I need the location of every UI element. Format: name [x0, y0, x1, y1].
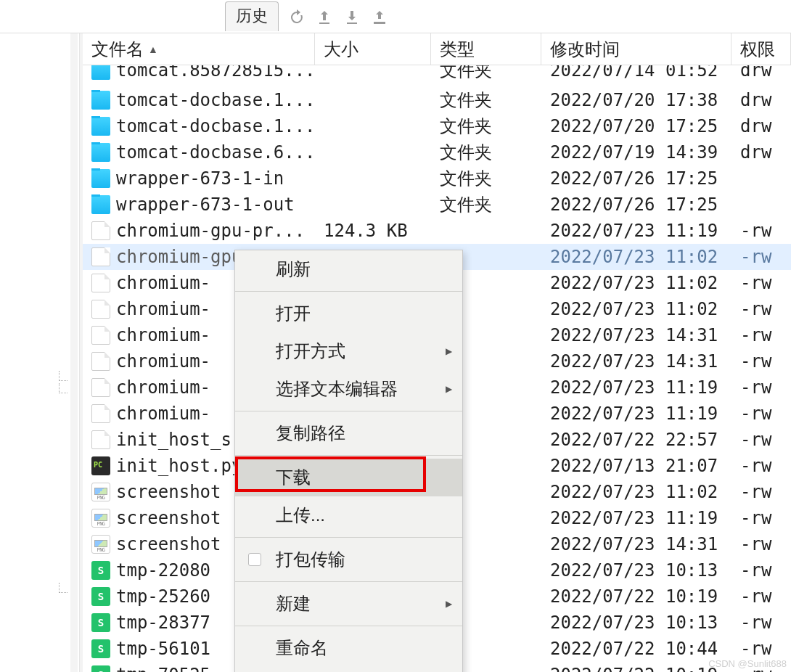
- table-row[interactable]: wrapper-673-1-out文件夹2022/07/26 17:25: [83, 192, 791, 218]
- file-type: 文件夹: [431, 115, 541, 138]
- file-mtime: 2022/07/23 11:19: [541, 403, 731, 424]
- file-icon: [91, 274, 110, 292]
- folder-icon: [91, 117, 110, 136]
- ctx-open-with[interactable]: 打开方式: [235, 332, 462, 370]
- folder-icon: [91, 195, 110, 214]
- file-name: wrapper-673-1-in: [116, 168, 284, 189]
- ctx-open[interactable]: 打开: [235, 295, 462, 332]
- file-name: tomcat-docbase.1...: [116, 90, 315, 110]
- file-name: wrapper-673-1-out: [116, 194, 295, 215]
- col-header-type[interactable]: 类型: [431, 33, 541, 65]
- file-name: tmp-25260: [116, 586, 210, 607]
- table-row[interactable]: chromium-gpu-pr...124.3 KB2022/07/23 11:…: [83, 218, 791, 244]
- table-row[interactable]: tomcat.858728515...文件夹2022/07/14 01:52dr…: [83, 65, 791, 87]
- file-name: chromium-: [116, 351, 210, 372]
- file-perm: -rw: [731, 456, 791, 476]
- file-type: 文件夹: [431, 89, 541, 112]
- history-button[interactable]: 历史: [225, 1, 279, 31]
- file-perm: -rw: [731, 482, 791, 502]
- file-perm: -rw: [731, 273, 791, 293]
- ctx-separator: [235, 455, 462, 456]
- ctx-archive-label: 打包传输: [276, 549, 345, 569]
- file-name: tmp-22080: [116, 560, 210, 581]
- file-name: chromium-: [116, 403, 210, 424]
- table-row[interactable]: tomcat-docbase.1...文件夹2022/07/20 17:25dr…: [83, 113, 791, 139]
- file-mtime: 2022/07/22 10:44: [541, 639, 731, 659]
- upload-cloud-icon[interactable]: [370, 8, 389, 27]
- folder-icon: [91, 91, 110, 110]
- file-perm: drw: [731, 90, 791, 110]
- col-header-mtime[interactable]: 修改时间: [541, 33, 731, 65]
- tree-node-stub: [59, 583, 67, 593]
- watermark: CSDN @Sunlit688: [708, 658, 787, 669]
- ctx-archive-transfer[interactable]: 打包传输: [235, 541, 462, 578]
- file-mtime: 2022/07/23 14:31: [541, 351, 731, 372]
- toolbar: 历史: [0, 0, 791, 33]
- upload-arrow-icon[interactable]: [315, 8, 334, 27]
- file-perm: -rw: [731, 247, 791, 267]
- file-perm: -rw: [731, 430, 791, 450]
- ctx-delete[interactable]: 删除: [235, 667, 462, 672]
- file-mtime: 2022/07/23 11:02: [541, 247, 731, 267]
- file-mtime: 2022/07/20 17:25: [541, 116, 731, 136]
- tree-node-stub: [59, 383, 67, 393]
- ctx-separator: [235, 626, 462, 626]
- ctx-rename[interactable]: 重命名: [235, 629, 462, 667]
- ctx-choose-editor[interactable]: 选择文本编辑器: [235, 370, 462, 408]
- sfile-icon: [91, 639, 110, 658]
- file-name: tmp-56101: [116, 639, 210, 659]
- ctx-download[interactable]: 下载: [235, 459, 462, 496]
- refresh-icon[interactable]: [287, 8, 306, 27]
- file-perm: -rw: [731, 639, 791, 659]
- table-row[interactable]: wrapper-673-1-in文件夹2022/07/26 17:25: [83, 165, 791, 192]
- table-row[interactable]: tomcat-docbase.1...文件夹2022/07/20 17:38dr…: [83, 87, 791, 113]
- file-perm: -rw: [731, 586, 791, 607]
- file-perm: -rw: [731, 221, 791, 241]
- col-header-perm[interactable]: 权限: [731, 33, 791, 65]
- file-type: 文件夹: [431, 167, 541, 190]
- column-header: 文件名 ▲ 大小 类型 修改时间 权限: [83, 33, 791, 65]
- col-header-name[interactable]: 文件名 ▲: [83, 33, 315, 65]
- file-name: tomcat-docbase.1...: [116, 116, 315, 136]
- file-perm: -rw: [731, 325, 791, 345]
- file-mtime: 2022/07/22 10:19: [541, 586, 731, 607]
- file-name: chromium-: [116, 299, 210, 319]
- col-header-name-label: 文件名: [91, 38, 144, 61]
- file-mtime: 2022/07/23 10:13: [541, 612, 731, 633]
- file-mtime: 2022/07/23 11:02: [541, 482, 731, 502]
- ctx-separator: [235, 581, 462, 582]
- file-icon: [91, 404, 110, 423]
- tree-scrollbar[interactable]: [70, 33, 78, 672]
- file-name: init_host.py: [116, 456, 242, 476]
- file-icon: [91, 326, 110, 345]
- ctx-new[interactable]: 新建: [235, 585, 462, 623]
- ctx-upload[interactable]: 上传...: [235, 496, 462, 534]
- sort-asc-icon: ▲: [148, 44, 158, 55]
- file-icon: [91, 352, 110, 371]
- file-type: 文件夹: [431, 193, 541, 216]
- col-header-size[interactable]: 大小: [315, 33, 431, 65]
- ctx-separator: [235, 537, 462, 538]
- ctx-copy-path[interactable]: 复制路径: [235, 414, 462, 452]
- checkbox-icon[interactable]: [248, 553, 261, 566]
- folder-icon: [91, 143, 110, 162]
- sfile-icon: [91, 587, 110, 606]
- file-mtime: 2022/07/13 21:07: [541, 456, 731, 476]
- file-icon: [91, 300, 110, 319]
- file-name: chromium-: [116, 325, 210, 345]
- ctx-refresh[interactable]: 刷新: [235, 250, 462, 288]
- file-mtime: 2022/07/19 14:39: [541, 142, 731, 163]
- folder-icon: [91, 169, 110, 188]
- file-perm: drw: [731, 116, 791, 136]
- file-name: tomcat.858728515...: [116, 65, 315, 81]
- table-row[interactable]: tomcat-docbase.6...文件夹2022/07/19 14:39dr…: [83, 139, 791, 165]
- file-name: chromium-gpu-pr...: [116, 221, 305, 241]
- file-mtime: 2022/07/26 17:25: [541, 194, 731, 215]
- file-perm: -rw: [731, 534, 791, 554]
- file-name: tmp-70525: [116, 665, 210, 672]
- file-name: screenshot: [116, 534, 221, 554]
- file-icon: [91, 430, 110, 449]
- download-arrow-icon[interactable]: [343, 8, 361, 27]
- file-name: tomcat-docbase.6...: [116, 142, 315, 163]
- file-perm: -rw: [731, 351, 791, 372]
